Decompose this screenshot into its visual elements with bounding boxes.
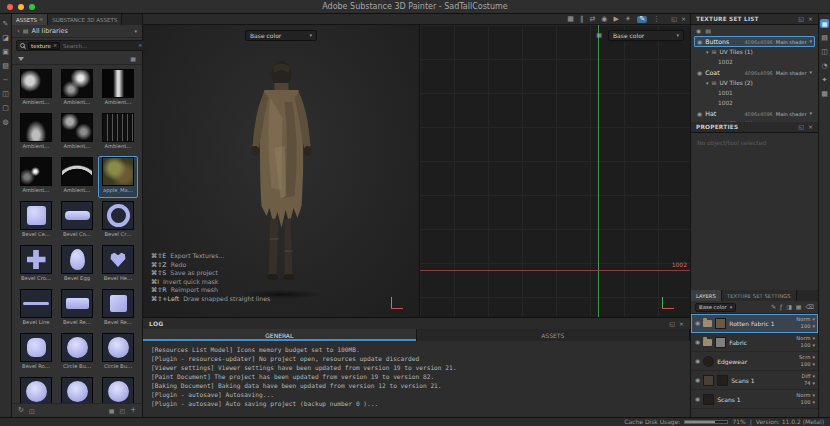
asset-item[interactable]: Ambient…: [17, 113, 55, 153]
layers-channel-selector[interactable]: Base color: [695, 303, 736, 312]
shader-selector[interactable]: Main shader: [776, 70, 807, 76]
undock-panel-icon[interactable]: [798, 124, 804, 130]
grid-view-icon[interactable]: [130, 56, 136, 62]
asset-item[interactable]: Bevel Egg: [58, 245, 96, 285]
add-resource-icon[interactable]: [130, 407, 136, 414]
paint-mode-icon[interactable]: [637, 16, 647, 23]
eye-icon[interactable]: [695, 358, 700, 364]
back-icon[interactable]: [17, 28, 20, 35]
asset-item[interactable]: Bevel Line: [17, 289, 55, 329]
asset-item[interactable]: Ambient…: [58, 157, 96, 197]
camera-icon[interactable]: [601, 16, 607, 23]
display-settings-panel-icon[interactable]: ▦: [820, 19, 829, 28]
undock-panel-icon[interactable]: [798, 16, 804, 22]
asset-item[interactable]: Bevel Co…: [58, 201, 96, 241]
uv-tiles-group[interactable]: UV Tiles (1): [694, 47, 815, 57]
uv-tiles-group[interactable]: UV Tiles (2): [694, 78, 815, 88]
asset-item[interactable]: Bevel Ce…: [17, 201, 55, 241]
pause-engine-icon[interactable]: [580, 16, 584, 23]
asset-item[interactable]: Bevel Ro…: [17, 333, 55, 373]
blend-mode-dropdown[interactable]: Norm: [796, 317, 815, 322]
asset-item[interactable]: Ambient…: [17, 157, 55, 197]
tab-assets[interactable]: ASSETS: [12, 14, 48, 25]
eye-icon[interactable]: [695, 396, 700, 402]
asset-item[interactable]: apple_Ma…: [99, 157, 137, 197]
blend-mode-dropdown[interactable]: Norm: [796, 336, 815, 341]
collapse-icon[interactable]: [706, 81, 709, 86]
search-filter-chip[interactable]: texture: [28, 42, 60, 50]
perspective-grid-icon[interactable]: [567, 16, 574, 23]
asset-item[interactable]: Ambient…: [99, 69, 137, 109]
eye-icon[interactable]: [697, 70, 702, 76]
polygon-fill-tool-icon[interactable]: [2, 63, 9, 70]
texture-panel-icon[interactable]: [821, 49, 828, 56]
asset-item[interactable]: Circle Bu…: [58, 333, 96, 373]
asset-item[interactable]: Ambient…: [58, 69, 96, 109]
asset-item[interactable]: Circle Bu…: [99, 333, 137, 373]
layer-row-rotten-fabric-1[interactable]: Rotten Fabric 1 Norm 100: [691, 314, 818, 333]
eye-icon[interactable]: [697, 111, 702, 117]
import-resources-icon[interactable]: [119, 408, 125, 414]
zoom-window-button[interactable]: [29, 4, 35, 10]
close-panel-icon[interactable]: [808, 16, 813, 22]
eye-icon[interactable]: [695, 339, 700, 345]
clear-search-icon[interactable]: [138, 43, 142, 48]
uv-grid-icon[interactable]: [596, 32, 602, 38]
sync-icon[interactable]: [18, 407, 24, 414]
undock-panel-icon[interactable]: [671, 16, 677, 22]
environment-icon[interactable]: [625, 16, 631, 23]
search-input[interactable]: [63, 43, 135, 49]
list-filter-icon[interactable]: [705, 28, 711, 34]
filter-funnel-icon[interactable]: [18, 57, 24, 61]
search-box[interactable]: texture: [16, 40, 146, 51]
close-window-button[interactable]: [7, 4, 13, 10]
layer-row-scans-1-b[interactable]: Scans 1 Norm 100: [691, 390, 818, 409]
add-mask-icon[interactable]: [786, 304, 792, 310]
eraser-tool-icon[interactable]: [2, 35, 9, 42]
opacity-dropdown[interactable]: 74: [804, 381, 815, 386]
collapse-icon[interactable]: [706, 50, 709, 55]
delete-layer-icon[interactable]: [806, 304, 814, 310]
asset-item[interactable]: Circle Bu…: [17, 377, 55, 403]
remove-chip-icon[interactable]: [53, 43, 57, 48]
asset-item[interactable]: Bevel Re…: [58, 289, 96, 329]
texture-set-row-coat[interactable]: Coat 4096x4096 Main shader: [694, 67, 815, 78]
asset-item[interactable]: Bevel He…: [99, 245, 137, 285]
close-panel-icon[interactable]: [679, 321, 684, 327]
asset-item[interactable]: Ambient…: [99, 113, 137, 153]
blend-mode-dropdown[interactable]: Diff: [801, 374, 815, 379]
visibility-filter-icon[interactable]: [696, 28, 701, 34]
opacity-dropdown[interactable]: 100: [801, 343, 815, 348]
layer-row-scans-1[interactable]: Scans 1 Diff 74: [691, 371, 818, 390]
tab-layers[interactable]: LAYERS: [691, 290, 722, 301]
layer-row-edgewear[interactable]: Edgewear Scrn 100: [691, 352, 818, 371]
asset-item[interactable]: Bevel Cro…: [17, 245, 55, 285]
add-fill-layer-icon[interactable]: [796, 304, 802, 310]
blend-mode-dropdown[interactable]: Scrn: [799, 355, 815, 360]
layer-list[interactable]: Rotten Fabric 1 Norm 100 Fabric Norm 100: [691, 314, 818, 417]
tab-texture-set-settings[interactable]: TEXTURE SET SETTINGS: [722, 290, 797, 301]
eye-icon[interactable]: [695, 320, 700, 326]
smudge-tool-icon[interactable]: [3, 77, 9, 84]
uv-tile-row[interactable]: 1001: [694, 88, 815, 98]
uv-tile-row[interactable]: 1002: [694, 98, 815, 108]
shader-selector[interactable]: Main shader: [776, 39, 807, 45]
texture-set-row-buttons[interactable]: Buttons 4096x4096 Main shader: [694, 36, 815, 47]
asset-item[interactable]: Circle Bu…: [99, 377, 137, 403]
asset-item[interactable]: Circle Bu…: [58, 377, 96, 403]
opacity-dropdown[interactable]: 100: [801, 324, 815, 329]
layer-row-fabric[interactable]: Fabric Norm 100: [691, 333, 818, 352]
symmetry-icon[interactable]: [589, 16, 595, 23]
channel-selector-2d[interactable]: Base color: [608, 30, 684, 41]
paint-tool-icon[interactable]: [3, 21, 9, 28]
add-effect-icon[interactable]: [771, 304, 776, 310]
asset-item[interactable]: Ambient…: [17, 69, 55, 109]
uv-tile-row[interactable]: 1002: [694, 57, 815, 67]
quick-mask-tool-icon[interactable]: [2, 119, 8, 126]
close-panel-icon[interactable]: [808, 124, 813, 130]
more-options-icon[interactable]: [653, 16, 660, 23]
tab-assets-dock[interactable]: ASSETS: [417, 329, 691, 341]
library-selector[interactable]: All libraries: [12, 25, 142, 38]
projection-mode-icon[interactable]: [613, 16, 618, 23]
shader-selector[interactable]: Main shader: [776, 111, 807, 117]
